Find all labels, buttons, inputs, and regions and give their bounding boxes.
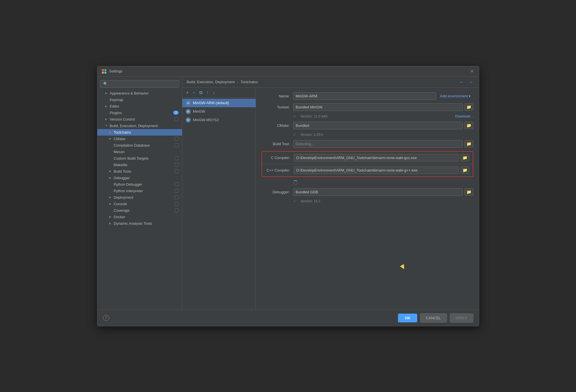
toolchain-icon: M bbox=[186, 109, 191, 114]
toolchain-item-label: MinGW-ARM (default) bbox=[193, 101, 229, 105]
sidebar-item-deployment[interactable]: ▶ Deployment bbox=[97, 194, 182, 201]
debugger-label: Debugger: bbox=[262, 190, 290, 194]
cmake-browse-button[interactable]: 📁 bbox=[464, 122, 473, 129]
cancel-button[interactable]: CANCEL bbox=[420, 313, 447, 323]
toolset-input[interactable]: Bundled MinGW bbox=[293, 103, 463, 111]
apply-button[interactable]: APPLY bbox=[450, 313, 473, 323]
toolchain-list-panel: + − ⧉ ↑ ↓ M MinGW-ARM (default) M M bbox=[182, 88, 256, 310]
settings-icon bbox=[175, 195, 179, 199]
download-link[interactable]: Download... bbox=[455, 114, 473, 118]
sidebar-item-label: Coverage bbox=[114, 208, 130, 213]
sidebar-item-debugger[interactable]: ▶ Debugger bbox=[97, 175, 182, 181]
breadcrumb-current: Toolchains bbox=[241, 80, 258, 84]
breadcrumb-parent: Build, Execution, Deployment bbox=[187, 80, 235, 84]
sidebar-item-python-interpreter[interactable]: Python Interpreter bbox=[97, 188, 182, 194]
sidebar-item-editor[interactable]: ▶ Editor bbox=[97, 103, 182, 110]
debugger-version-text: Version: 14.2 bbox=[301, 199, 320, 203]
settings-icon bbox=[175, 137, 179, 141]
sidebar-item-label: Python Interpreter bbox=[114, 189, 143, 193]
cpp-compiler-browse-button[interactable]: 📁 bbox=[461, 166, 469, 174]
build-tool-label: Build Tool: bbox=[262, 142, 290, 146]
toolchain-toolbar: + − ⧉ ↑ ↓ bbox=[182, 88, 256, 98]
move-up-button[interactable]: ↑ bbox=[205, 89, 210, 96]
chevron-icon: ▶ bbox=[109, 131, 112, 134]
sidebar-item-makefile[interactable]: Makefile bbox=[97, 162, 182, 168]
chevron-icon: ▶ bbox=[105, 118, 108, 121]
settings-dialog: Settings ✕ 🔍 ▶ Appearance & Behavior Key… bbox=[97, 66, 479, 326]
toolset-input-wrap: Bundled MinGW 📁 bbox=[293, 103, 473, 111]
c-compiler-browse-button[interactable]: 📁 bbox=[461, 154, 469, 161]
dialog-body: 🔍 ▶ Appearance & Behavior Keymap ▶ Edito… bbox=[97, 77, 479, 310]
sidebar-item-appearance[interactable]: ▶ Appearance & Behavior bbox=[97, 90, 182, 97]
chevron-icon: ▶ bbox=[105, 92, 108, 95]
sidebar-item-meson[interactable]: Meson bbox=[97, 149, 182, 155]
add-toolchain-button[interactable]: + bbox=[185, 89, 190, 96]
help-button[interactable]: ? bbox=[103, 315, 109, 321]
sidebar-item-label: Appearance & Behavior bbox=[110, 91, 149, 95]
svg-rect-0 bbox=[102, 69, 104, 71]
ok-button[interactable]: OK bbox=[398, 314, 417, 322]
toolset-version-text: Version: 11.0 w64 bbox=[301, 114, 327, 118]
nav-forward-button[interactable]: → bbox=[468, 80, 474, 85]
build-tool-input[interactable]: Detecting... bbox=[293, 140, 463, 148]
sidebar-item-compilation-db[interactable]: Compilation Database bbox=[97, 142, 182, 149]
toolset-version-check: ✓ bbox=[293, 114, 296, 118]
sidebar-item-coverage[interactable]: Coverage bbox=[97, 207, 182, 214]
toolchain-area: + − ⧉ ↑ ↓ M MinGW-ARM (default) M M bbox=[182, 88, 479, 310]
nav-back-button[interactable]: ← bbox=[459, 80, 465, 85]
build-tool-browse-button[interactable]: 📁 bbox=[464, 140, 473, 147]
toolset-version-row: ✓ Version: 11.0 w64 Download... bbox=[262, 114, 473, 118]
sidebar-item-label: Custom Build Targets bbox=[114, 156, 149, 160]
sidebar-item-python-debugger[interactable]: Python Debugger bbox=[97, 181, 182, 188]
toolchain-list: M MinGW-ARM (default) M MinGW M MinGW-MS… bbox=[182, 98, 256, 310]
sidebar-item-label: Build, Execution, Deployment bbox=[110, 124, 158, 128]
sidebar-item-label: Makefile bbox=[114, 163, 127, 167]
chevron-icon: ▼ bbox=[105, 124, 108, 127]
close-button[interactable]: ✕ bbox=[469, 68, 475, 74]
name-input-wrap: MinGW-ARM Add environment ▾ bbox=[293, 92, 473, 100]
sidebar-item-label: Toolchains bbox=[114, 130, 131, 134]
svg-rect-3 bbox=[104, 72, 106, 74]
sidebar-item-docker[interactable]: ▶ Docker bbox=[97, 214, 182, 220]
spinner-icon bbox=[293, 180, 298, 185]
sidebar-item-console[interactable]: ▶ Console bbox=[97, 201, 182, 207]
breadcrumb-bar: Build, Execution, Deployment › Toolchain… bbox=[182, 77, 479, 88]
dialog-footer: ? OK CANCEL APPLY bbox=[97, 310, 479, 326]
sidebar-item-custom-build-targets[interactable]: Custom Build Targets bbox=[97, 155, 182, 162]
debugger-input[interactable]: Bundled GDB bbox=[293, 188, 463, 196]
sidebar-item-build-tools[interactable]: ▶ Build Tools bbox=[97, 168, 182, 175]
toolset-label: Toolset: bbox=[262, 105, 290, 109]
cmake-input[interactable]: Bundled bbox=[293, 122, 463, 129]
debugger-browse-button[interactable]: 📁 bbox=[464, 188, 473, 196]
sidebar-item-version-control[interactable]: ▶ Version Control bbox=[97, 116, 182, 123]
sidebar-item-plugins[interactable]: Plugins 2 bbox=[97, 110, 182, 116]
copy-toolchain-button[interactable]: ⧉ bbox=[198, 89, 204, 96]
c-compiler-input[interactable]: D:\DevelopEnvironment\ARM_GNU_Toolchain\… bbox=[294, 154, 459, 162]
debugger-field-row: Debugger: Bundled GDB 📁 bbox=[262, 188, 473, 196]
sidebar-item-toolchains[interactable]: ▶ Toolchains bbox=[97, 129, 182, 136]
sidebar-item-label: Version Control bbox=[110, 117, 135, 121]
add-environment-button[interactable]: Add environment ▾ bbox=[438, 93, 473, 100]
sidebar-item-label: Python Debugger bbox=[114, 182, 142, 187]
sidebar-item-keymap[interactable]: Keymap bbox=[97, 97, 182, 103]
name-input[interactable]: MinGW-ARM bbox=[293, 92, 436, 100]
cpp-compiler-input[interactable]: D:\DevelopEnvironment\ARM_GNU_Toolchain\… bbox=[294, 166, 459, 174]
toolchain-item-mingw-arm[interactable]: M MinGW-ARM (default) bbox=[182, 99, 256, 107]
chevron-icon: ▶ bbox=[109, 170, 112, 173]
sidebar-item-label: Docker bbox=[114, 215, 125, 219]
sidebar-item-label: Debugger bbox=[114, 176, 130, 180]
loading-spinner bbox=[262, 180, 473, 185]
settings-icon bbox=[175, 182, 179, 186]
sidebar-item-dynamic-analysis[interactable]: ▶ Dynamic Analysis Tools bbox=[97, 220, 182, 227]
toolchain-item-label: MinGW bbox=[193, 109, 205, 113]
toolchain-icon: M bbox=[186, 100, 191, 106]
remove-toolchain-button[interactable]: − bbox=[192, 89, 196, 96]
toolset-browse-button[interactable]: 📁 bbox=[464, 103, 473, 111]
sidebar-item-cmake[interactable]: ▶ CMake bbox=[97, 136, 182, 142]
search-input[interactable] bbox=[109, 82, 176, 86]
toolchain-item-mingw-msys2[interactable]: M MinGW-MSYS2 bbox=[182, 116, 256, 124]
chevron-icon: ▶ bbox=[109, 215, 112, 218]
move-down-button[interactable]: ↓ bbox=[211, 89, 216, 96]
sidebar-item-build-exec-deploy[interactable]: ▼ Build, Execution, Deployment bbox=[97, 123, 182, 129]
toolchain-item-mingw[interactable]: M MinGW bbox=[182, 107, 256, 116]
